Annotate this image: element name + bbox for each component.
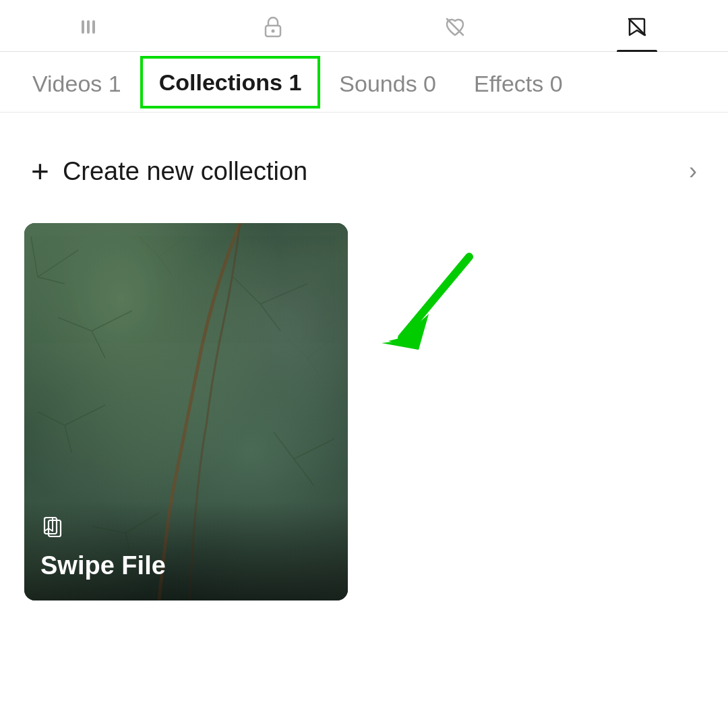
bookmark-slash-icon [622, 12, 652, 42]
svg-line-25 [159, 237, 186, 257]
tab-collections-label: Collections 1 [159, 69, 302, 95]
bookmarks-icon [40, 515, 332, 545]
svg-line-9 [38, 277, 65, 284]
card-info: Swipe File [24, 501, 348, 600]
svg-line-6 [629, 19, 645, 35]
grid-tab-icon[interactable] [0, 12, 182, 51]
svg-rect-1 [87, 20, 90, 34]
main-content: + Create new collection › [0, 113, 728, 627]
svg-rect-0 [82, 20, 84, 34]
tab-effects-label: Effects 0 [474, 71, 563, 96]
plus-icon: + [31, 156, 49, 187]
svg-line-29 [287, 338, 307, 358]
svg-rect-2 [92, 20, 95, 34]
svg-point-4 [272, 30, 275, 33]
svg-line-11 [58, 317, 92, 331]
heart-slash-icon [440, 12, 470, 42]
svg-line-27 [159, 257, 173, 277]
bookmark-slash-tab-icon[interactable] [546, 12, 728, 51]
tab-bar: Videos 1 Collections 1 Sounds 0 Effects … [0, 52, 728, 113]
create-row-left: + Create new collection [31, 156, 307, 187]
svg-line-18 [65, 425, 71, 452]
svg-line-26 [139, 237, 159, 257]
create-collection-row[interactable]: + Create new collection › [24, 140, 704, 203]
tab-videos-label: Videos 1 [32, 71, 121, 96]
grid-icon [76, 12, 106, 42]
svg-line-12 [92, 331, 105, 358]
svg-line-17 [38, 412, 65, 425]
svg-line-8 [31, 237, 38, 277]
svg-line-21 [294, 459, 314, 486]
chevron-right-icon: › [689, 157, 697, 185]
svg-line-30 [307, 358, 321, 378]
svg-line-19 [294, 439, 334, 459]
svg-line-38 [402, 257, 469, 338]
tab-videos[interactable]: Videos 1 [13, 52, 140, 112]
svg-line-14 [233, 277, 260, 304]
icon-bar [0, 0, 728, 52]
create-collection-label: Create new collection [63, 157, 307, 186]
svg-line-15 [260, 304, 280, 331]
tab-effects[interactable]: Effects 0 [455, 52, 582, 112]
svg-line-13 [260, 284, 307, 304]
tab-collections[interactable]: Collections 1 [140, 56, 321, 109]
tab-sounds-label: Sounds 0 [339, 71, 436, 96]
svg-line-7 [38, 250, 78, 277]
lock-tab-icon[interactable] [182, 12, 364, 51]
annotation-area [361, 223, 496, 600]
collection-card-swipe-file[interactable]: Swipe File [24, 223, 348, 600]
lock-icon [258, 12, 288, 42]
svg-line-20 [274, 432, 294, 459]
collection-title: Swipe File [40, 551, 332, 580]
collections-grid: Swipe File [24, 223, 704, 600]
svg-line-10 [92, 311, 132, 331]
svg-line-28 [307, 338, 334, 358]
heart-slash-tab-icon[interactable] [364, 12, 546, 51]
green-arrow-annotation [361, 243, 496, 392]
svg-line-16 [65, 405, 105, 425]
tab-sounds[interactable]: Sounds 0 [320, 52, 455, 112]
